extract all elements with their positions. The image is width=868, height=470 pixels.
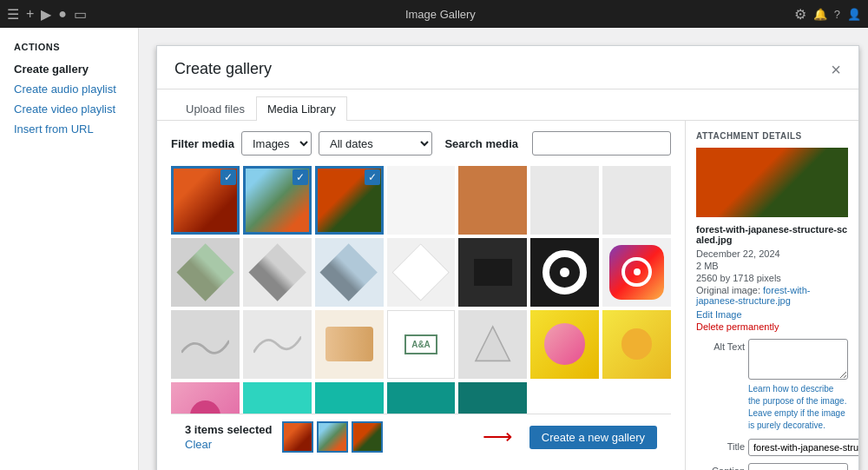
grid-item-17[interactable] bbox=[315, 310, 384, 379]
main-layout: Actions Create gallery Create audio play… bbox=[0, 28, 868, 470]
selected-thumb-1 bbox=[282, 421, 313, 453]
help-icon[interactable]: ? bbox=[834, 8, 840, 21]
media-area: Filter media Images Audio Video All date… bbox=[157, 121, 685, 470]
attachment-filesize: 2 MB bbox=[696, 261, 848, 271]
alt-text-input[interactable] bbox=[748, 339, 848, 380]
sidebar-item-create-video[interactable]: Create video playlist bbox=[0, 99, 138, 119]
sidebar-item-create-gallery[interactable]: Create gallery bbox=[0, 59, 138, 79]
grid-item-8[interactable] bbox=[171, 238, 240, 307]
grid-item-18-inner: A&A bbox=[387, 310, 456, 379]
grid-check-2: ✓ bbox=[293, 169, 308, 185]
filter-date-select[interactable]: All dates January 2025 December 2024 bbox=[319, 131, 432, 156]
grid-item-22-inner bbox=[171, 382, 240, 414]
grid-item-16[interactable] bbox=[243, 310, 312, 379]
grid-item-7[interactable] bbox=[602, 166, 671, 235]
grid-item-20[interactable] bbox=[530, 310, 599, 379]
grid-item-5[interactable] bbox=[458, 166, 527, 235]
grid-item-23-inner bbox=[243, 382, 312, 414]
caption-label: Caption bbox=[696, 463, 745, 470]
grid-item-18[interactable]: A&A bbox=[387, 310, 456, 379]
grid-item-19-inner bbox=[458, 310, 527, 379]
user-icon[interactable]: 👤 bbox=[847, 8, 861, 21]
attachment-details-panel: ATTACHMENT DETAILS forest-with-japanese-… bbox=[685, 121, 858, 470]
clear-selection-link[interactable]: Clear bbox=[185, 438, 272, 451]
media-icon[interactable]: ▶ bbox=[41, 6, 51, 23]
grid-item-4[interactable] bbox=[387, 166, 456, 235]
caption-row: Caption bbox=[696, 463, 848, 470]
grid-item-14-inner bbox=[609, 245, 664, 300]
grid-item-10[interactable] bbox=[315, 238, 384, 307]
attachment-date: December 22, 2024 bbox=[696, 248, 848, 259]
attachment-section-title: ATTACHMENT DETAILS bbox=[696, 131, 848, 141]
grid-item-25-inner bbox=[387, 382, 456, 414]
grid-item-1[interactable]: ✓ bbox=[171, 166, 240, 235]
close-button[interactable]: × bbox=[831, 61, 841, 78]
grid-item-11[interactable] bbox=[387, 238, 456, 307]
create-gallery-button[interactable]: Create a new gallery bbox=[529, 426, 657, 449]
grid-item-3[interactable]: ✓ bbox=[315, 166, 384, 235]
bottom-bar: 3 items selected Clear ⟶ Create a new ga… bbox=[171, 414, 671, 460]
screen-icon[interactable]: ▭ bbox=[74, 6, 87, 23]
grid-item-7-inner bbox=[602, 166, 671, 235]
grid-check-3: ✓ bbox=[365, 169, 380, 185]
grid-item-16-inner bbox=[243, 310, 312, 379]
svg-marker-0 bbox=[476, 327, 510, 361]
grid-item-25[interactable] bbox=[387, 382, 456, 414]
grid-item-14[interactable] bbox=[602, 238, 671, 307]
grid-item-2[interactable]: ✓ bbox=[243, 166, 312, 235]
grid-item-9[interactable] bbox=[243, 238, 312, 307]
create-gallery-dialog: Create gallery × Upload files Media Libr… bbox=[156, 45, 859, 470]
tab-media-library[interactable]: Media Library bbox=[256, 96, 347, 121]
grid-check-1: ✓ bbox=[220, 169, 236, 185]
title-input[interactable] bbox=[748, 439, 858, 456]
delete-permanently-link[interactable]: Delete permanently bbox=[696, 321, 848, 332]
search-media-input[interactable] bbox=[532, 131, 671, 156]
grid-item-13[interactable] bbox=[530, 238, 599, 307]
grid-item-4-inner bbox=[387, 166, 456, 235]
grid-item-12[interactable] bbox=[458, 238, 527, 307]
filter-type-select[interactable]: Images Audio Video bbox=[241, 131, 312, 156]
grid-item-17-inner bbox=[315, 310, 384, 379]
settings-icon[interactable]: ⚙ bbox=[794, 6, 806, 23]
attachment-dimensions: 2560 by 1718 pixels bbox=[696, 273, 848, 283]
grid-item-9-inner bbox=[243, 238, 312, 307]
sidebar-actions-title: Actions bbox=[0, 42, 138, 59]
title-row: Title bbox=[696, 439, 848, 456]
grid-item-10-inner bbox=[315, 238, 384, 307]
filter-bar: Filter media Images Audio Video All date… bbox=[171, 131, 671, 156]
page-title: Image Gallery bbox=[405, 8, 476, 21]
selected-thumb-3 bbox=[352, 421, 383, 453]
grid-item-22[interactable] bbox=[171, 382, 240, 414]
dialog-body: Filter media Images Audio Video All date… bbox=[157, 121, 858, 470]
image-grid: ✓ ✓ ✓ bbox=[171, 166, 671, 414]
plus-icon[interactable]: + bbox=[26, 6, 34, 22]
alt-text-hint[interactable]: Learn how to describe the purpose of the… bbox=[748, 383, 848, 432]
sidebar-item-create-audio[interactable]: Create audio playlist bbox=[0, 79, 138, 99]
grid-item-26[interactable] bbox=[458, 382, 527, 414]
grid-item-24-inner bbox=[315, 382, 384, 414]
selected-thumb-2 bbox=[317, 421, 348, 453]
dialog-overlay: Create gallery × Upload files Media Libr… bbox=[139, 28, 868, 470]
selected-thumbnails bbox=[282, 421, 383, 453]
grid-item-11-inner bbox=[387, 238, 456, 307]
top-bar-right: 🔔 ? 👤 bbox=[813, 8, 861, 21]
filter-media-label: Filter media bbox=[171, 137, 234, 150]
arrow-indicator: ⟶ bbox=[483, 425, 512, 449]
grid-item-23[interactable] bbox=[243, 382, 312, 414]
caption-input[interactable] bbox=[748, 463, 848, 470]
grid-item-6[interactable] bbox=[530, 166, 599, 235]
tab-upload-files[interactable]: Upload files bbox=[174, 96, 256, 121]
grid-item-24[interactable] bbox=[315, 382, 384, 414]
attachment-filename: forest-with-japanese-structure-scaled.jp… bbox=[696, 224, 848, 245]
menu-icon[interactable]: ☰ bbox=[7, 6, 19, 23]
edit-image-link[interactable]: Edit Image bbox=[696, 309, 848, 320]
grid-item-19[interactable] bbox=[458, 310, 527, 379]
comments-icon[interactable]: ● bbox=[58, 6, 67, 22]
tabs-bar: Upload files Media Library bbox=[157, 89, 858, 121]
alt-text-label: Alt Text bbox=[696, 339, 745, 352]
grid-item-13-inner bbox=[530, 238, 599, 307]
sidebar-item-insert-url[interactable]: Insert from URL bbox=[0, 119, 138, 139]
grid-item-15[interactable] bbox=[171, 310, 240, 379]
notifications-icon[interactable]: 🔔 bbox=[813, 8, 827, 21]
grid-item-21[interactable] bbox=[602, 310, 671, 379]
